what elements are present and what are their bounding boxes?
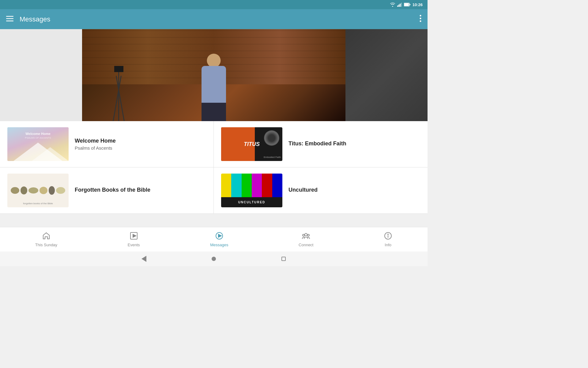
series-item-welcome-home[interactable]: Welcome Home PSALMS OF ASCENTS Welcome H… [0,121,214,167]
home-icon [42,232,51,241]
hamburger-menu-icon[interactable] [6,15,13,23]
uncultured-label: UNCULTURED [221,197,282,207]
color-bars [221,174,282,197]
svg-marker-16 [218,234,221,237]
back-triangle-icon [141,256,146,262]
back-button[interactable] [140,255,148,263]
svg-point-17 [305,233,307,236]
app-title: Messages [20,15,50,23]
bottom-nav: This Sunday Events Messages [0,227,428,251]
wifi-icon [390,2,395,7]
app-bar: Messages [0,9,428,29]
hero-video-frame [82,29,345,121]
time-display: 10:26 [413,2,423,7]
tripod-head [114,66,123,72]
connect-icon [302,232,310,241]
svg-rect-0 [397,6,398,7]
svg-rect-7 [6,16,13,17]
status-bar: 10:26 [0,0,428,9]
forgotten-books-label: forgotten books of the Bible [7,202,69,205]
nav-label-this-sunday: This Sunday [35,243,57,247]
speaker-head [207,54,221,67]
series-info-welcome-home: Welcome Home Psalms of Ascents [75,138,206,151]
series-grid: Welcome Home PSALMS OF ASCENTS Welcome H… [0,121,428,214]
series-title-welcome-home: Welcome Home [75,138,206,144]
series-info-forgotten-books: Forgotten Books of the Bible [75,187,206,194]
svg-point-22 [388,234,388,235]
hero-video[interactable] [0,29,428,121]
thumbnail-forgotten-books: forgotten books of the Bible [7,174,69,207]
series-title-uncultured: Uncultured [288,187,420,193]
series-info-uncultured: Uncultured [288,187,420,194]
svg-rect-2 [400,4,401,7]
titus-title-overlay: TITUS [244,141,260,148]
messages-icon [215,232,224,241]
series-item-forgotten-books[interactable]: forgotten books of the Bible Forgotten B… [0,167,214,214]
nav-label-events: Events [128,243,140,247]
nav-item-info[interactable]: Info [379,229,397,250]
series-info-titus: Titus: Embodied Faith [288,140,420,148]
info-icon [384,232,392,241]
stone-1 [11,187,19,194]
stone-6 [56,187,65,194]
thumb-inner-welcome-home: Welcome Home PSALMS OF ASCENTS [7,127,69,161]
nav-item-this-sunday[interactable]: This Sunday [30,229,62,250]
more-options-icon[interactable] [420,15,421,24]
mountain-right [32,147,69,161]
svg-point-19 [307,234,309,236]
series-item-uncultured[interactable]: UNCULTURED Uncultured [214,167,428,214]
home-circle-icon [212,257,216,261]
hero-left-bg [0,29,82,121]
bar-green [242,174,252,197]
bar-red [262,174,272,197]
svg-rect-9 [6,21,13,21]
svg-marker-14 [133,234,136,237]
series-subtitle-welcome-home: Psalms of Ascents [75,145,206,151]
svg-rect-8 [6,18,13,19]
battery-icon [404,3,411,6]
right-silhouette [345,29,428,121]
stone-5 [49,186,55,195]
signal-icon [397,2,402,7]
bar-cyan [231,174,241,197]
stone-3 [28,187,38,194]
thumbnail-titus: TITUS Embodied Faith [221,127,282,161]
tripod-leg-2 [118,72,119,121]
bar-magenta [252,174,262,197]
titus-embodied-label: Embodied Faith [264,156,281,159]
bar-blue [272,174,282,197]
nav-label-info: Info [385,243,391,247]
series-title-forgotten-books: Forgotten Books of the Bible [75,187,206,193]
recents-button[interactable] [279,255,288,263]
thumbnail-uncultured: UNCULTURED [221,174,282,207]
thumb-subtitle-welcome-home: PSALMS OF ASCENTS [25,136,51,139]
thumb-title-welcome-home: Welcome Home [25,132,51,136]
bar-yellow [221,174,231,197]
series-item-titus[interactable]: TITUS Embodied Faith Titus: Embodied Fai… [214,121,428,167]
home-button[interactable] [209,255,218,263]
nav-item-events[interactable]: Events [123,229,145,250]
svg-point-18 [303,234,304,236]
speaker-body [202,66,226,106]
nav-item-connect[interactable]: Connect [294,229,318,250]
nav-label-connect: Connect [299,243,313,247]
svg-point-11 [420,17,421,19]
svg-rect-1 [398,5,399,7]
events-icon [130,232,138,241]
status-icons: 10:26 [390,2,423,7]
thumbnail-welcome-home: Welcome Home PSALMS OF ASCENTS [7,127,69,161]
svg-point-10 [420,15,421,16]
series-title-titus: Titus: Embodied Faith [288,140,420,147]
svg-point-12 [420,20,421,22]
camera-tripod-left [107,60,131,121]
svg-rect-5 [404,3,409,6]
speaker-legs [202,103,226,121]
nav-label-messages: Messages [210,243,228,247]
recents-square-icon [281,257,286,261]
titus-record [264,130,279,146]
stone-2 [21,186,27,194]
nav-item-messages[interactable]: Messages [205,229,233,250]
hero-right-bg [345,29,428,121]
speaker-figure [195,54,232,115]
svg-rect-3 [401,3,402,7]
